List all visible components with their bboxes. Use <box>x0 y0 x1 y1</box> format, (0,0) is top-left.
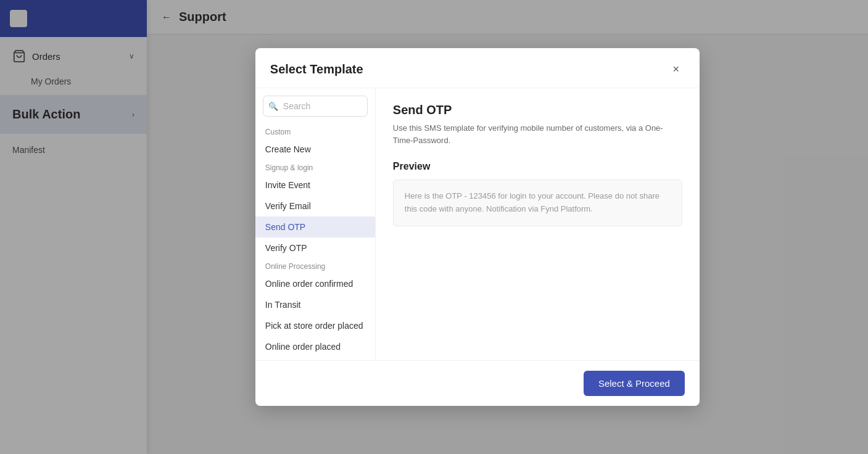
modal-title: Select Template <box>270 62 363 76</box>
select-template-modal: Select Template × 🔍 Custom Create New Si… <box>255 48 700 406</box>
template-item-verify-otp[interactable]: Verify OTP <box>255 237 375 258</box>
modal-footer: Select & Proceed <box>255 360 700 406</box>
search-input[interactable] <box>263 96 368 117</box>
template-item-pick-at-store[interactable]: Pick at store order placed <box>255 315 375 336</box>
select-proceed-button[interactable]: Select & Proceed <box>584 371 685 396</box>
modal-header: Select Template × <box>255 48 700 88</box>
template-item-online-order-placed[interactable]: Online order placed <box>255 336 375 357</box>
template-item-verify-email[interactable]: Verify Email <box>255 196 375 217</box>
template-description: Use this SMS template for verifying mobi… <box>393 122 682 146</box>
template-name: Send OTP <box>393 103 682 117</box>
search-box: 🔍 <box>263 96 368 117</box>
template-item-online-order-confirmed[interactable]: Online order confirmed <box>255 273 375 294</box>
template-item-in-transit[interactable]: In Transit <box>255 294 375 315</box>
preview-label: Preview <box>393 161 682 172</box>
category-signup-label: Signup & login <box>255 160 375 175</box>
modal-close-button[interactable]: × <box>668 60 685 78</box>
search-icon: 🔍 <box>268 102 278 111</box>
preview-box: Here is the OTP - 123456 for login to yo… <box>393 180 682 226</box>
template-list-panel: 🔍 Custom Create New Signup & login Invit… <box>255 88 376 360</box>
category-online-processing-label: Online Processing <box>255 258 375 273</box>
template-item-send-otp[interactable]: Send OTP <box>255 217 375 237</box>
template-item-create-new[interactable]: Create New <box>255 139 375 160</box>
modal-body: 🔍 Custom Create New Signup & login Invit… <box>255 88 700 360</box>
template-item-invite-event[interactable]: Invite Event <box>255 175 375 196</box>
category-custom-label: Custom <box>255 124 375 139</box>
template-detail-panel: Send OTP Use this SMS template for verif… <box>376 88 700 360</box>
